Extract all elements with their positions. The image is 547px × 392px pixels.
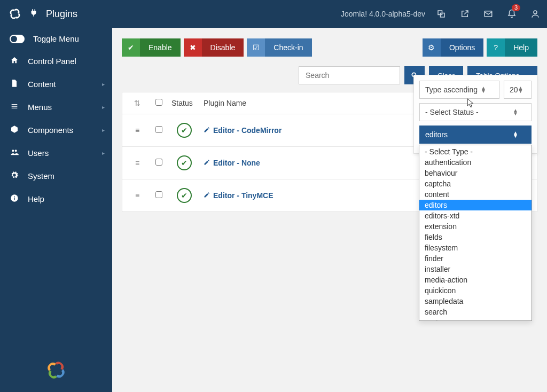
row-checkbox[interactable] [148, 125, 169, 136]
sidebar-footer-logo [0, 350, 112, 392]
sidebar-item-label: Components [28, 126, 73, 135]
options-button[interactable]: ⚙ Options [423, 38, 483, 57]
chevron-right-icon: ▸ [102, 127, 105, 133]
row-status[interactable]: ✔ [169, 122, 201, 139]
sort-select[interactable]: Type ascending ▲▼ [419, 81, 499, 99]
type-option[interactable]: quickicon [419, 285, 532, 296]
svg-point-2 [12, 150, 14, 152]
cube-icon [10, 125, 19, 135]
svg-point-1 [534, 11, 537, 14]
sidebar-item-label: Control Panel [28, 57, 76, 66]
sidebar-item-help[interactable]: Help [0, 187, 112, 210]
sidebar-item-users[interactable]: Users▸ [0, 142, 112, 164]
toggle-switch-icon [10, 35, 25, 43]
notification-badge: 3 [512, 4, 520, 11]
row-status[interactable]: ✔ [169, 187, 201, 204]
cog-icon [10, 171, 19, 181]
top-bar: Plugins Joomla! 4.0.0-alpha5-dev 3 [0, 0, 547, 28]
joomla-logo-icon [9, 7, 21, 20]
limit-select[interactable]: 20 ▲▼ [504, 81, 532, 99]
users-icon [10, 148, 19, 158]
sidebar-item-system[interactable]: System [0, 164, 112, 187]
row-checkbox[interactable] [148, 158, 169, 168]
svg-point-3 [15, 150, 17, 152]
chevron-right-icon: ▸ [102, 150, 105, 156]
sidebar-item-label: System [28, 171, 54, 181]
toggle-label: Toggle Menu [33, 34, 79, 43]
sidebar-item-label: Menus [28, 103, 52, 112]
toggle-menu[interactable]: Toggle Menu [0, 28, 112, 50]
sidebar-item-label: Content [28, 80, 56, 89]
type-option[interactable]: finder [419, 253, 532, 264]
chevron-right-icon: ▸ [102, 81, 105, 87]
row-status[interactable]: ✔ [169, 154, 201, 171]
disable-button[interactable]: ✖ Disable [184, 38, 244, 57]
type-option[interactable]: behaviour [419, 168, 532, 178]
page-title: Plugins [46, 9, 77, 20]
type-option[interactable]: extension [419, 221, 532, 232]
info-icon [10, 194, 19, 204]
help-button[interactable]: ? Help [487, 38, 537, 57]
cog-icon: ⚙ [423, 38, 441, 57]
chevron-right-icon: ▸ [102, 104, 105, 110]
edit-icon [204, 126, 210, 135]
select-all-checkbox[interactable] [148, 98, 169, 108]
user-icon[interactable] [523, 0, 547, 28]
check-icon: ✔ [122, 38, 140, 57]
filter-panel: Type ascending ▲▼ 20 ▲▼ - Select Status … [413, 75, 537, 154]
sort-icon: ▲▼ [513, 109, 518, 115]
content-area: ✔ Enable ✖ Disable ☑ Check-in ⚙ Options [112, 28, 547, 392]
site-name: Joomla! 4.0.0-alpha5-dev [341, 10, 425, 18]
type-filter-dropdown: - Select Type -authenticationbehaviourca… [419, 145, 532, 321]
type-option[interactable]: sampledata [419, 296, 532, 307]
sidebar-item-content[interactable]: Content▸ [0, 73, 112, 96]
type-option[interactable]: content [419, 189, 532, 200]
type-option[interactable]: system [419, 317, 532, 321]
drag-handle-icon[interactable]: ≡ [127, 158, 148, 168]
home-icon [10, 56, 19, 66]
enabled-icon: ✔ [177, 155, 192, 170]
sort-order-icon[interactable]: ⇅ [127, 98, 148, 108]
type-option[interactable]: editors-xtd [419, 210, 532, 221]
type-option[interactable]: media-action [419, 275, 532, 285]
col-status[interactable]: Status [169, 98, 201, 108]
sidebar: Toggle Menu Control PanelContent▸Menus▸C… [0, 28, 112, 392]
sidebar-item-components[interactable]: Components▸ [0, 119, 112, 142]
drag-handle-icon[interactable]: ≡ [127, 190, 148, 201]
type-option[interactable]: - Select Type - [419, 145, 532, 157]
checkbox-icon: ☑ [247, 38, 265, 57]
sidebar-item-label: Help [28, 194, 44, 203]
type-option[interactable]: fields [419, 232, 532, 242]
sidebar-item-control-panel[interactable]: Control Panel [0, 50, 112, 73]
enabled-icon: ✔ [177, 123, 192, 138]
type-filter-select[interactable]: editors ▲▼ [419, 126, 532, 144]
status-filter-select[interactable]: - Select Status - ▲▼ [419, 103, 532, 121]
times-icon: ✖ [184, 38, 202, 57]
messages-icon[interactable] [476, 0, 500, 28]
sidebar-item-label: Users [28, 148, 49, 158]
file-icon [10, 79, 19, 89]
open-site-icon[interactable] [453, 0, 476, 28]
type-option[interactable]: authentication [419, 157, 532, 168]
list-icon [10, 102, 19, 112]
check-in-button[interactable]: ☑ Check-in [247, 38, 311, 57]
sort-icon: ▲▼ [513, 131, 518, 138]
type-option[interactable]: editors [419, 200, 532, 210]
enable-button[interactable]: ✔ Enable [122, 38, 181, 57]
notifications-icon[interactable]: 3 [500, 0, 523, 28]
sort-icon: ▲▼ [518, 87, 523, 93]
svg-rect-5 [14, 198, 14, 200]
sort-icon: ▲▼ [481, 87, 486, 93]
search-input[interactable] [299, 66, 400, 84]
brand: Plugins [0, 0, 112, 28]
edit-icon [204, 159, 210, 167]
type-option[interactable]: search [419, 307, 532, 317]
edit-icon [204, 191, 210, 200]
type-option[interactable]: installer [419, 264, 532, 275]
type-option[interactable]: filesystem [419, 242, 532, 253]
type-option[interactable]: captcha [419, 178, 532, 189]
row-checkbox[interactable] [148, 190, 169, 201]
drag-handle-icon[interactable]: ≡ [127, 125, 148, 136]
multilingual-icon[interactable] [429, 0, 453, 28]
sidebar-item-menus[interactable]: Menus▸ [0, 96, 112, 119]
